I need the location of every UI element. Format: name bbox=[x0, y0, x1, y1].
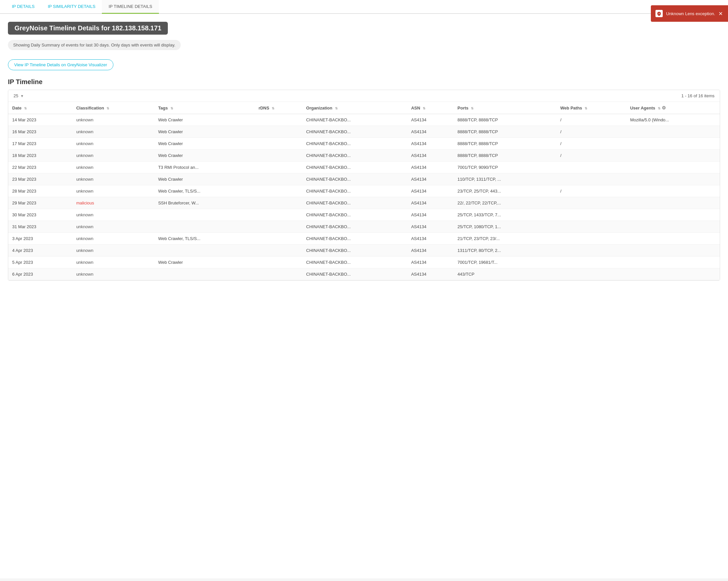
cell-rdns bbox=[255, 221, 302, 233]
cell-organization: CHINANET-BACKBO... bbox=[302, 138, 407, 150]
cell-date: 5 Apr 2023 bbox=[8, 257, 72, 268]
sort-icon-ports[interactable]: ⇅ bbox=[471, 106, 473, 110]
cell-classification: unknown bbox=[72, 221, 154, 233]
cell-tags: T3 RMI Protocol an... bbox=[154, 162, 255, 174]
cell-tags: SSH Bruteforcer, W... bbox=[154, 197, 255, 209]
table-row: 30 Mar 2023 unknown CHINANET-BACKBO... A… bbox=[8, 209, 720, 221]
cell-asn: AS4134 bbox=[407, 245, 454, 257]
cell-web-paths bbox=[556, 268, 626, 280]
data-table: Date ⇅ Classification ⇅ Tags ⇅ rDNS ⇅ bbox=[8, 102, 720, 280]
cell-tags: Web Crawler bbox=[154, 126, 255, 138]
cell-classification: malicious bbox=[72, 197, 154, 209]
col-header-organization: Organization ⇅ bbox=[302, 102, 407, 114]
cell-organization: CHINANET-BACKBO... bbox=[302, 126, 407, 138]
page-size-value: 25 bbox=[14, 93, 18, 98]
sort-icon-organization[interactable]: ⇅ bbox=[335, 106, 338, 110]
table-row: 5 Apr 2023 unknown Web Crawler CHINANET-… bbox=[8, 257, 720, 268]
cell-user-agents bbox=[626, 162, 720, 174]
cell-organization: CHINANET-BACKBO... bbox=[302, 197, 407, 209]
tab-ip-similarity-details[interactable]: IP SIMILARITY DETAILS bbox=[41, 0, 102, 14]
sort-icon-classification[interactable]: ⇅ bbox=[106, 106, 109, 110]
table-row: 17 Mar 2023 unknown Web Crawler CHINANET… bbox=[8, 138, 720, 150]
page-size-selector[interactable]: 25 ▼ bbox=[14, 93, 24, 98]
cell-rdns bbox=[255, 268, 302, 280]
cell-rdns bbox=[255, 174, 302, 185]
cell-asn: AS4134 bbox=[407, 268, 454, 280]
cell-tags: Web Crawler bbox=[154, 138, 255, 150]
cell-web-paths bbox=[556, 197, 626, 209]
cell-rdns bbox=[255, 245, 302, 257]
cell-asn: AS4134 bbox=[407, 162, 454, 174]
section-title: IP Timeline bbox=[8, 78, 720, 86]
cell-tags: Web Crawler bbox=[154, 174, 255, 185]
cell-ports: 22/, 22/TCP, 22/TCP,... bbox=[454, 197, 556, 209]
table-header-row: Date ⇅ Classification ⇅ Tags ⇅ rDNS ⇅ bbox=[8, 102, 720, 114]
cell-asn: AS4134 bbox=[407, 209, 454, 221]
visualizer-link[interactable]: View IP Timeline Details on GreyNoise Vi… bbox=[8, 59, 113, 70]
cell-rdns bbox=[255, 197, 302, 209]
table-row: 22 Mar 2023 unknown T3 RMI Protocol an..… bbox=[8, 162, 720, 174]
cell-rdns bbox=[255, 126, 302, 138]
cell-asn: AS4134 bbox=[407, 114, 454, 126]
cell-date: 28 Mar 2023 bbox=[8, 185, 72, 197]
cell-web-paths: / bbox=[556, 114, 626, 126]
cell-tags bbox=[154, 221, 255, 233]
subtitle: Showing Daily Summary of events for last… bbox=[8, 40, 181, 50]
cell-ports: 8888/TCP, 8888/TCP bbox=[454, 126, 556, 138]
cell-classification: unknown bbox=[72, 150, 154, 162]
table-toolbar: 25 ▼ 1 - 16 of 16 items bbox=[8, 90, 720, 102]
pagination-info: 1 - 16 of 16 items bbox=[681, 93, 714, 98]
shield-icon bbox=[655, 10, 663, 17]
cell-date: 23 Mar 2023 bbox=[8, 174, 72, 185]
table-row: 18 Mar 2023 unknown Web Crawler CHINANET… bbox=[8, 150, 720, 162]
cell-date: 16 Mar 2023 bbox=[8, 126, 72, 138]
cell-tags bbox=[154, 245, 255, 257]
sort-icon-asn[interactable]: ⇅ bbox=[423, 106, 425, 110]
cell-user-agents bbox=[626, 126, 720, 138]
cell-ports: 110/TCP, 1311/TCP, ... bbox=[454, 174, 556, 185]
cell-organization: CHINANET-BACKBO... bbox=[302, 209, 407, 221]
sort-icon-web-paths[interactable]: ⇅ bbox=[584, 106, 587, 110]
cell-date: 6 Apr 2023 bbox=[8, 268, 72, 280]
cell-rdns bbox=[255, 114, 302, 126]
tab-ip-timeline-details[interactable]: IP TIMELINE DETAILS bbox=[102, 0, 159, 14]
cell-ports: 7001/TCP, 19681/T... bbox=[454, 257, 556, 268]
cell-classification: unknown bbox=[72, 174, 154, 185]
cell-web-paths bbox=[556, 162, 626, 174]
sort-icon-rdns[interactable]: ⇅ bbox=[272, 106, 274, 110]
cell-organization: CHINANET-BACKBO... bbox=[302, 114, 407, 126]
cell-rdns bbox=[255, 233, 302, 245]
cell-date: 17 Mar 2023 bbox=[8, 138, 72, 150]
cell-ports: 8888/TCP, 8888/TCP bbox=[454, 138, 556, 150]
table-row: 28 Mar 2023 unknown Web Crawler, TLS/S..… bbox=[8, 185, 720, 197]
cell-organization: CHINANET-BACKBO... bbox=[302, 162, 407, 174]
gear-icon[interactable]: ⚙ bbox=[662, 105, 666, 110]
cell-rdns bbox=[255, 185, 302, 197]
cell-user-agents bbox=[626, 209, 720, 221]
cell-user-agents bbox=[626, 221, 720, 233]
cell-web-paths bbox=[556, 245, 626, 257]
cell-ports: 8888/TCP, 8888/TCP bbox=[454, 114, 556, 126]
cell-organization: CHINANET-BACKBO... bbox=[302, 257, 407, 268]
sort-icon-user-agents[interactable]: ⇅ bbox=[658, 106, 660, 110]
cell-tags: Web Crawler bbox=[154, 150, 255, 162]
col-header-tags: Tags ⇅ bbox=[154, 102, 255, 114]
cell-tags: Web Crawler bbox=[154, 114, 255, 126]
sort-icon-date[interactable]: ⇅ bbox=[24, 106, 27, 110]
cell-classification: unknown bbox=[72, 138, 154, 150]
toast-close-icon[interactable]: ✕ bbox=[719, 10, 723, 17]
cell-user-agents bbox=[626, 138, 720, 150]
tab-ip-details[interactable]: IP DETAILS bbox=[5, 0, 41, 14]
sort-icon-tags[interactable]: ⇅ bbox=[171, 106, 173, 110]
cell-asn: AS4134 bbox=[407, 185, 454, 197]
cell-user-agents bbox=[626, 233, 720, 245]
cell-tags: Web Crawler, TLS/S... bbox=[154, 233, 255, 245]
table-row: 3 Apr 2023 unknown Web Crawler, TLS/S...… bbox=[8, 233, 720, 245]
cell-tags: Web Crawler, TLS/S... bbox=[154, 185, 255, 197]
cell-organization: CHINANET-BACKBO... bbox=[302, 245, 407, 257]
cell-user-agents bbox=[626, 257, 720, 268]
toast-message: Unknown Lens exception. bbox=[666, 11, 715, 16]
cell-date: 22 Mar 2023 bbox=[8, 162, 72, 174]
table-row: 23 Mar 2023 unknown Web Crawler CHINANET… bbox=[8, 174, 720, 185]
cell-classification: unknown bbox=[72, 126, 154, 138]
